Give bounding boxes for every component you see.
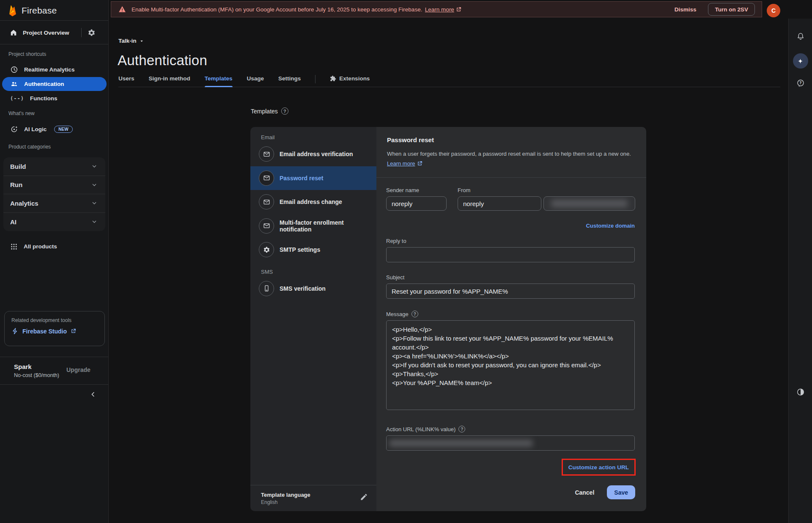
- theme-contrast-icon[interactable]: [796, 388, 805, 396]
- project-overview-label: Project Overview: [23, 30, 69, 36]
- firebase-studio-link[interactable]: Firebase Studio: [11, 328, 104, 335]
- gemini-sparkle-icon[interactable]: [793, 53, 808, 69]
- project-switcher[interactable]: Talk-in: [118, 38, 144, 44]
- tab-sign-in-method[interactable]: Sign-in method: [149, 74, 190, 87]
- customize-domain-link[interactable]: Customize domain: [586, 223, 635, 229]
- category-label: AI: [10, 218, 16, 226]
- divider: [0, 384, 108, 385]
- sidebar-item-functions[interactable]: (--) Functions: [2, 91, 107, 105]
- category-run[interactable]: Run: [3, 176, 105, 195]
- help-icon[interactable]: ?: [796, 79, 805, 88]
- brand-name: Firebase: [22, 6, 57, 16]
- reply-to-input[interactable]: [386, 247, 635, 262]
- project-name: Talk-in: [118, 38, 137, 44]
- divider: [0, 357, 108, 357]
- learn-more-link[interactable]: Learn more: [387, 160, 422, 167]
- cancel-button[interactable]: Cancel: [575, 489, 594, 496]
- template-item-multi-factor-enrollment-notification[interactable]: Multi-factor enrollment notification: [250, 214, 376, 238]
- subject-input[interactable]: [386, 284, 635, 299]
- mfa-banner: Enable Multi-factor Authentication (MFA)…: [111, 1, 762, 17]
- template-item-smtp-settings[interactable]: SMTP settings: [250, 238, 376, 262]
- puzzle-icon: [330, 75, 336, 82]
- from-label: From: [458, 187, 635, 193]
- templates-card: Email Email address verification Passwor…: [250, 127, 646, 511]
- tab-usage[interactable]: Usage: [247, 74, 264, 87]
- page-title: Authentication: [118, 52, 207, 69]
- sidebar-item-all-products[interactable]: All products: [2, 239, 107, 253]
- template-language-value: English: [261, 499, 376, 505]
- svg-text:?: ?: [799, 80, 801, 85]
- firebase-studio-icon: [11, 328, 19, 335]
- action-url-redacted-input[interactable]: [386, 435, 635, 451]
- phone-icon: [259, 281, 274, 296]
- message-textarea[interactable]: <p>Hello,</p> <p>Follow this link to res…: [386, 320, 635, 410]
- home-icon: [9, 28, 18, 37]
- category-ai[interactable]: AI: [3, 213, 105, 231]
- category-label: Run: [10, 181, 22, 188]
- templates-heading: Templates ?: [251, 107, 288, 115]
- envelope-icon: [259, 218, 274, 234]
- section-label-whats-new: What's new: [8, 110, 35, 116]
- divider: [376, 177, 646, 178]
- template-item-email-address-change[interactable]: Email address change: [250, 190, 376, 214]
- collapse-sidebar-button[interactable]: [87, 388, 99, 400]
- help-icon[interactable]: ?: [458, 426, 465, 432]
- upgrade-button[interactable]: Upgrade: [66, 366, 91, 373]
- turn-on-2sv-button[interactable]: Turn on 2SV: [708, 3, 755, 16]
- clock-icon: [10, 66, 18, 74]
- sender-name-label: Sender name: [386, 187, 447, 193]
- external-link-icon: [71, 328, 76, 334]
- tab-templates[interactable]: Templates: [205, 74, 233, 87]
- message-label: Message: [386, 311, 409, 317]
- sidebar: Firebase Project Overview Project shortc…: [0, 0, 109, 523]
- warning-icon: [118, 5, 126, 14]
- plan-cost: No-cost ($0/month): [14, 372, 59, 378]
- sender-name-input[interactable]: [386, 196, 447, 211]
- external-link-icon: [456, 7, 461, 12]
- tab-bar: Users Sign-in method Templates Usage Set…: [118, 74, 780, 87]
- firebase-logo-icon: [8, 5, 17, 17]
- save-button[interactable]: Save: [607, 485, 635, 499]
- template-item-email-address-verification[interactable]: Email address verification: [250, 142, 376, 166]
- category-build[interactable]: Build: [3, 157, 105, 176]
- sidebar-item-project-overview[interactable]: Project Overview: [0, 24, 108, 41]
- email-section-label: Email: [261, 127, 376, 140]
- plan-name: Spark: [14, 363, 32, 370]
- template-item-label: SMS verification: [280, 285, 329, 292]
- dismiss-button[interactable]: Dismiss: [675, 6, 697, 13]
- right-rail: ?: [788, 19, 812, 523]
- customize-action-url-link[interactable]: Customize action URL: [568, 464, 629, 471]
- avatar[interactable]: C: [767, 4, 780, 17]
- banner-message: Enable Multi-factor Authentication (MFA)…: [132, 6, 422, 13]
- tab-settings[interactable]: Settings: [278, 74, 301, 87]
- firebase-brand[interactable]: Firebase: [8, 3, 57, 18]
- tab-extensions[interactable]: Extensions: [330, 74, 370, 87]
- template-item-label: SMTP settings: [280, 246, 324, 253]
- from-local-input[interactable]: [458, 196, 541, 211]
- external-link-icon: [417, 161, 422, 166]
- notifications-bell-icon[interactable]: [796, 32, 805, 41]
- template-item-sms-verification[interactable]: SMS verification: [250, 277, 376, 301]
- help-icon[interactable]: ?: [281, 107, 288, 115]
- template-language-label: Template language: [261, 492, 376, 498]
- sidebar-item-realtime-analytics[interactable]: Realtime Analytics: [2, 63, 107, 77]
- sidebar-item-label: All products: [24, 243, 57, 250]
- banner-learn-more-link[interactable]: Learn more: [425, 6, 461, 13]
- tab-users[interactable]: Users: [118, 74, 134, 87]
- form-title: Password reset: [387, 136, 434, 143]
- edit-language-pencil-icon[interactable]: [360, 493, 368, 501]
- category-analytics[interactable]: Analytics: [3, 194, 105, 213]
- template-item-label: Password reset: [280, 175, 327, 182]
- subject-label: Subject: [386, 274, 635, 281]
- category-label: Analytics: [10, 200, 38, 207]
- sidebar-item-authentication[interactable]: Authentication: [2, 77, 107, 91]
- gear-icon: [259, 242, 274, 257]
- template-item-password-reset[interactable]: Password reset: [250, 166, 376, 190]
- sidebar-item-ai-logic[interactable]: AI Logic NEW: [2, 122, 107, 136]
- help-icon[interactable]: ?: [411, 311, 418, 317]
- template-item-label: Email address change: [280, 198, 346, 205]
- divider: [81, 28, 82, 37]
- section-label-project-shortcuts: Project shortcuts: [8, 51, 46, 57]
- product-categories-group: Build Run Analytics AI: [3, 157, 105, 231]
- project-settings-gear-icon[interactable]: [88, 29, 96, 37]
